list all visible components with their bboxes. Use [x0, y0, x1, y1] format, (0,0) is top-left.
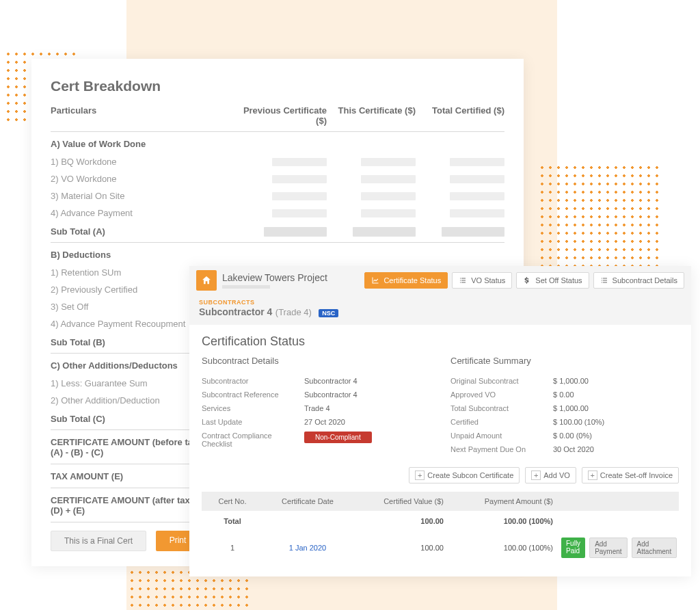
cert-table-header: Cert No. Certificate Date Certified Valu… [202, 492, 679, 511]
col-particulars: Particulars [51, 105, 238, 126]
add-vo-button[interactable]: +Add VO [525, 467, 576, 483]
project-block: Lakeview Towers Project [222, 272, 359, 289]
project-title: Lakeview Towers Project [222, 272, 359, 283]
home-icon [201, 275, 212, 286]
home-button[interactable] [196, 270, 217, 291]
cert-date-link[interactable]: 1 Jan 2020 [289, 544, 326, 552]
subcontractor-name: Subcontractor 4 [199, 306, 272, 317]
tab-certificate-status[interactable]: Certificate Status [364, 272, 448, 289]
list-icon [459, 276, 467, 284]
row-vo-workdone: 2) VO Workdone [51, 170, 504, 187]
plus-icon: + [531, 470, 541, 480]
col-this: This Certificate ($) [327, 105, 416, 126]
certification-status-card: Lakeview Towers Project Certificate Stat… [189, 266, 691, 576]
tab-subcontract-details[interactable]: Subcontract Details [593, 272, 684, 289]
add-attachment-button[interactable]: Add Attachment [632, 538, 677, 558]
details-heading: Subcontract Details [202, 356, 430, 366]
tab-vo-status[interactable]: VO Status [452, 272, 512, 289]
subcontract-details-column: Subcontract Details SubcontractorSubcont… [202, 356, 430, 456]
row-material-onsite: 3) Material On Site [51, 187, 504, 204]
cert-table-total-row: Total 100.00 100.00 (100%) [202, 511, 679, 531]
breadcrumb-bar: SUBCONTRACTS Subcontractor 4 (Trade 4) N… [189, 295, 691, 325]
breakdown-header-row: Particulars Previous Certificate ($) Thi… [51, 105, 504, 132]
certificate-summary-column: Certificate Summary Original Subcontract… [450, 356, 679, 456]
section-b-title: B) Deductions [51, 243, 504, 264]
create-setoff-invoice-button[interactable]: +Create Set-off Invoice [582, 467, 679, 483]
tab-setoff-status[interactable]: Set Off Status [516, 272, 589, 289]
details-icon [600, 276, 608, 284]
top-bar: Lakeview Towers Project Certificate Stat… [189, 266, 691, 295]
breakdown-title: Cert Breakdown [51, 78, 504, 94]
subcontractor-trade: (Trade 4) [275, 307, 312, 317]
add-payment-button[interactable]: Add Payment [589, 538, 627, 558]
plus-icon: + [415, 470, 425, 480]
create-subcon-cert-button[interactable]: +Create Subcon Certificate [409, 467, 520, 483]
dollar-icon [523, 276, 531, 284]
certification-status-heading: Certification Status [202, 334, 679, 349]
action-row: +Create Subcon Certificate +Add VO +Crea… [202, 467, 679, 483]
decorative-dots [538, 163, 658, 277]
nsc-badge: NSC [319, 309, 338, 317]
final-cert-button[interactable]: This is a Final Cert [51, 531, 146, 551]
summary-heading: Certificate Summary [450, 356, 679, 366]
cert-table-row: 1 1 Jan 2020 100.00 100.00 (100%) Fully … [202, 531, 679, 564]
row-advance-payment: 4) Advance Payment [51, 204, 504, 222]
breadcrumb[interactable]: SUBCONTRACTS [199, 299, 682, 306]
fully-paid-badge: Fully Paid [561, 538, 585, 558]
placeholder-cell [272, 158, 327, 166]
subtotal-a: Sub Total (A) [51, 222, 504, 243]
col-total: Total Certified ($) [416, 105, 504, 126]
plus-icon: + [588, 470, 597, 480]
non-compliant-badge: Non-Compliant [304, 432, 372, 443]
row-bq-workdone: 1) BQ Workdone [51, 153, 504, 170]
project-subtitle-placeholder [222, 285, 270, 289]
chart-icon [371, 276, 379, 284]
col-previous: Previous Certificate ($) [238, 105, 327, 126]
section-a-title: A) Value of Work Done [51, 132, 504, 153]
